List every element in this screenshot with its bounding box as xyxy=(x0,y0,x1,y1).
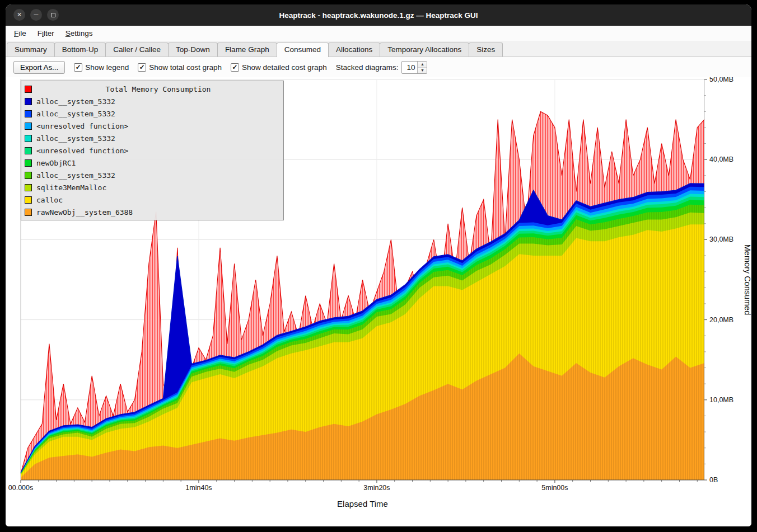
legend-label: Total Memory Consumption xyxy=(36,85,280,93)
legend-label: <unresolved function> xyxy=(36,122,128,130)
y-tick-label: 30,0MB xyxy=(709,236,733,243)
spin-buttons: ▲ ▼ xyxy=(417,62,427,73)
legend-swatch xyxy=(25,98,32,105)
legend-swatch xyxy=(25,147,32,154)
legend-label: alloc__system_5332 xyxy=(36,97,115,106)
close-icon: ✕ xyxy=(17,12,22,18)
menu-file[interactable]: File xyxy=(9,27,31,39)
legend-swatch xyxy=(25,184,32,191)
legend-label: <unresolved function> xyxy=(36,147,128,155)
consumed-chart-area: 00.000s1min40s3min20s5min00s0B10,0MB20,0… xyxy=(6,77,751,526)
tab-temporary-allocations[interactable]: Temporary Allocations xyxy=(380,43,469,57)
window-title: Heaptrack - heaptrack.wakunode.1.gz — He… xyxy=(279,11,478,20)
legend-swatch xyxy=(25,196,32,204)
stacked-diagrams-label: Stacked diagrams: xyxy=(336,63,399,72)
y-tick-label: 20,0MB xyxy=(709,316,733,324)
tab-consumed[interactable]: Consumed xyxy=(277,43,329,57)
checkbox-label: Show legend xyxy=(85,63,129,72)
x-tick-label: 1min40s xyxy=(185,484,212,492)
titlebar[interactable]: ✕ ─ Heaptrack - heaptrack.wakunode.1.gz … xyxy=(6,4,751,26)
checkbox-label: Show total cost graph xyxy=(149,63,222,72)
menu-settings[interactable]: Settings xyxy=(60,27,98,39)
checkbox-show-legend[interactable]: ✓ Show legend xyxy=(74,63,129,72)
stacked-diagrams-value[interactable]: 10 xyxy=(402,62,417,73)
legend-item: rawNewObj__system_6388 xyxy=(21,206,283,218)
tab-allocations[interactable]: Allocations xyxy=(328,43,380,57)
y-tick-label: 40,0MB xyxy=(709,156,733,163)
stacked-diagrams-spinbox[interactable]: 10 ▲ ▼ xyxy=(401,61,427,74)
legend-item: alloc__system_5332 xyxy=(21,107,283,120)
stacked-diagrams-control: Stacked diagrams: 10 ▲ ▼ xyxy=(336,61,428,74)
tab-flame-graph[interactable]: Flame Graph xyxy=(217,43,277,57)
chevron-up-icon: ▲ xyxy=(420,62,424,66)
tab-bottom-up[interactable]: Bottom-Up xyxy=(54,43,106,57)
checkbox-show-total-cost-graph[interactable]: ✓ Show total cost graph xyxy=(138,63,222,72)
legend-swatch xyxy=(25,135,32,142)
window-controls: ✕ ─ xyxy=(13,9,59,21)
legend-item: newObjRC1 xyxy=(21,157,283,169)
legend-swatch xyxy=(25,172,32,179)
chart-legend: Total Memory Consumptionalloc__system_53… xyxy=(21,81,284,220)
legend-swatch xyxy=(25,159,32,167)
checkbox-check-icon: ✓ xyxy=(231,63,239,72)
menubar: File Filter Settings xyxy=(6,26,751,41)
minimize-icon: ─ xyxy=(34,12,39,18)
tab-sizes[interactable]: Sizes xyxy=(469,43,503,57)
maximize-icon xyxy=(51,13,55,17)
legend-title-row: Total Memory Consumption xyxy=(21,83,283,95)
checkbox-check-icon: ✓ xyxy=(74,63,82,72)
y-tick-label: 0B xyxy=(709,476,718,484)
x-tick-label: 5min00s xyxy=(541,484,568,492)
legend-label: alloc__system_5332 xyxy=(36,171,115,180)
legend-item: <unresolved function> xyxy=(21,120,283,132)
legend-swatch xyxy=(25,209,32,216)
tabbar: Summary Bottom-Up Caller / Callee Top-Do… xyxy=(6,41,751,57)
checkbox-label: Show detailed cost graph xyxy=(242,63,327,72)
x-tick-label: 00.000s xyxy=(8,484,33,492)
legend-item: alloc__system_5332 xyxy=(21,95,283,107)
minimize-button[interactable]: ─ xyxy=(30,9,42,21)
legend-item: calloc xyxy=(21,194,283,206)
legend-label: calloc xyxy=(36,196,63,204)
legend-item: <unresolved function> xyxy=(21,144,283,157)
legend-label: sqlite3MemMalloc xyxy=(36,183,106,192)
tab-summary[interactable]: Summary xyxy=(7,43,55,57)
checkbox-check-icon: ✓ xyxy=(138,63,146,72)
y-axis-title: Memory Consumed xyxy=(743,244,751,316)
legend-label: rawNewObj__system_6388 xyxy=(36,208,133,216)
spin-up-button[interactable]: ▲ xyxy=(418,62,427,67)
legend-label: newObjRC1 xyxy=(36,159,76,167)
checkbox-show-detailed-cost-graph[interactable]: ✓ Show detailed cost graph xyxy=(231,63,327,72)
close-button[interactable]: ✕ xyxy=(13,9,25,21)
legend-item: sqlite3MemMalloc xyxy=(21,181,283,194)
legend-swatch xyxy=(25,123,32,130)
y-tick-label: 10,0MB xyxy=(709,396,733,404)
export-as-button[interactable]: Export As... xyxy=(13,61,65,74)
app-window: ✕ ─ Heaptrack - heaptrack.wakunode.1.gz … xyxy=(6,4,751,526)
toolbar: Export As... ✓ Show legend ✓ Show total … xyxy=(6,57,751,77)
legend-item: alloc__system_5332 xyxy=(21,132,283,144)
y-tick-label: 50,0MB xyxy=(709,77,733,83)
tab-top-down[interactable]: Top-Down xyxy=(168,43,218,57)
legend-item: alloc__system_5332 xyxy=(21,169,283,181)
legend-label: alloc__system_5332 xyxy=(36,134,115,143)
chevron-down-icon: ▼ xyxy=(420,68,424,72)
legend-swatch xyxy=(25,110,32,117)
maximize-button[interactable] xyxy=(47,9,59,21)
tab-caller-callee[interactable]: Caller / Callee xyxy=(105,43,169,57)
x-tick-label: 3min20s xyxy=(363,484,390,492)
legend-swatch xyxy=(25,86,32,93)
menu-filter[interactable]: Filter xyxy=(32,27,59,39)
x-axis-title: Elapsed Time xyxy=(337,499,388,509)
spin-down-button[interactable]: ▼ xyxy=(418,67,427,73)
legend-label: alloc__system_5332 xyxy=(36,110,115,118)
